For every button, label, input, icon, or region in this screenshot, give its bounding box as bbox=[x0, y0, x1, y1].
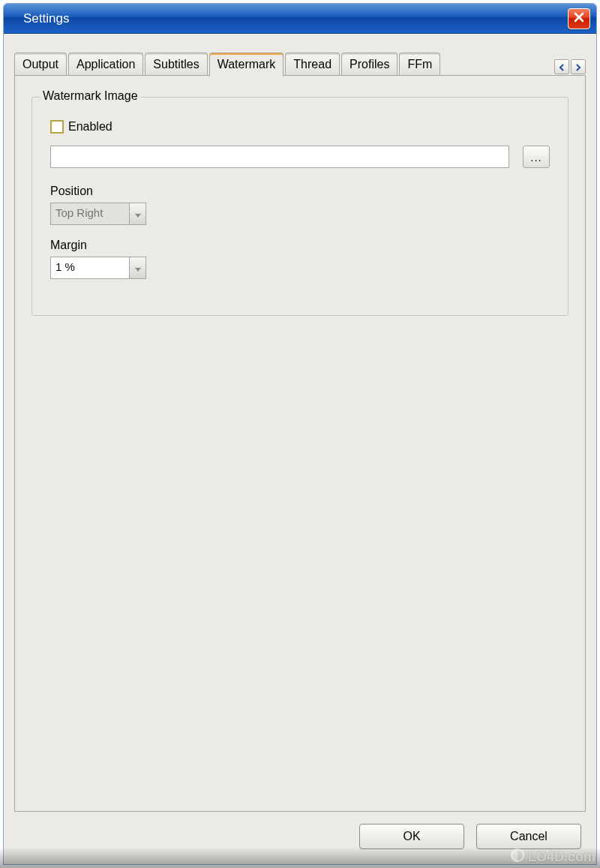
close-button[interactable] bbox=[568, 8, 590, 29]
chevron-down-icon bbox=[135, 208, 141, 221]
tab-scroll-left[interactable] bbox=[554, 59, 569, 74]
position-combo[interactable]: Top Right bbox=[50, 203, 146, 225]
brand-text: LO4D.com bbox=[528, 849, 596, 865]
chevron-right-icon bbox=[575, 61, 581, 74]
position-value: Top Right bbox=[51, 203, 129, 224]
group-title: Watermark Image bbox=[40, 89, 141, 103]
tab-thread[interactable]: Thread bbox=[285, 53, 340, 76]
settings-dialog: Settings Output Application Subtitles Wa… bbox=[3, 3, 597, 865]
chevron-left-icon bbox=[559, 61, 565, 74]
cancel-button[interactable]: Cancel bbox=[476, 824, 581, 849]
watermark-path-input[interactable] bbox=[50, 146, 509, 168]
tab-strip: Output Application Subtitles Watermark T… bbox=[14, 49, 586, 76]
margin-label: Margin bbox=[50, 239, 550, 252]
tab-watermark[interactable]: Watermark bbox=[209, 53, 284, 77]
position-label: Position bbox=[50, 185, 550, 198]
path-row: ... bbox=[50, 146, 550, 168]
titlebar: Settings bbox=[4, 4, 596, 34]
enabled-row: Enabled bbox=[50, 120, 550, 134]
brand-icon bbox=[510, 848, 525, 866]
tab-scrollers bbox=[553, 59, 586, 74]
tab-profiles[interactable]: Profiles bbox=[341, 53, 398, 76]
browse-button[interactable]: ... bbox=[523, 146, 550, 168]
margin-combo[interactable]: 1 % bbox=[50, 257, 146, 279]
close-icon bbox=[573, 11, 585, 26]
enabled-checkbox[interactable] bbox=[50, 120, 64, 134]
ok-button[interactable]: OK bbox=[359, 824, 464, 849]
enabled-label: Enabled bbox=[68, 120, 112, 134]
window-title: Settings bbox=[10, 11, 69, 26]
margin-value: 1 % bbox=[51, 257, 129, 278]
source-watermark: LO4D.com bbox=[510, 848, 596, 866]
tab-subtitles[interactable]: Subtitles bbox=[145, 53, 207, 76]
watermark-image-group: Watermark Image Enabled ... Position Top… bbox=[32, 97, 568, 316]
dialog-body: Output Application Subtitles Watermark T… bbox=[4, 34, 596, 864]
tab-ffmpeg[interactable]: FFm bbox=[399, 53, 440, 76]
tab-application[interactable]: Application bbox=[68, 53, 143, 76]
chevron-down-icon bbox=[135, 262, 141, 275]
tab-scroll-right[interactable] bbox=[571, 59, 586, 74]
tab-panel-watermark: Watermark Image Enabled ... Position Top… bbox=[14, 75, 586, 812]
margin-combo-arrow bbox=[129, 257, 146, 278]
position-combo-arrow bbox=[129, 203, 146, 224]
tab-output[interactable]: Output bbox=[14, 53, 67, 76]
